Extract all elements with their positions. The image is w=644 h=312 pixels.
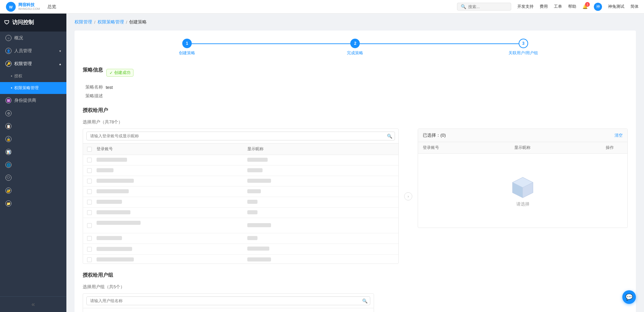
col-display-header: 显示昵称 [247,146,395,152]
g8-icon: 📁 [5,200,12,207]
step-circle-3: 3 [519,39,528,48]
logo: W 网宿科技 WANGSU.COM 总览 [5,1,66,12]
sidebar-item-g6[interactable]: 🛡 [0,171,66,184]
sidebar-collapse-btn[interactable]: « [0,296,66,312]
breadcrumb-item-1[interactable]: 权限策略管理 [98,19,124,25]
search-input[interactable] [468,4,509,9]
check-icon: ✓ [109,71,113,75]
breadcrumb-item-0[interactable]: 权限管理 [75,19,92,25]
user-selection-left: 🔍 登录账号 显示昵称 [83,129,399,264]
step-1: 1 创建策略 [103,39,271,56]
g6-icon: 🛡 [5,175,12,181]
table-row[interactable]: ████████████3 ████████ [83,255,398,264]
topbar-dev-support[interactable]: 开发支持 [517,4,534,9]
row-checkbox-1[interactable] [87,168,92,173]
right-col-action: 操作 [606,145,623,151]
chat-button[interactable]: 💬 [622,290,636,304]
sidebar-item-idp[interactable]: 🆔 身份提供商 [0,94,66,107]
search-bar[interactable]: 🔍 [457,3,511,11]
user-search-input[interactable] [86,132,395,140]
lang-switch[interactable]: 简体 [630,4,639,9]
user-table-body: zh██████████ ████████ i████ ████ [83,155,398,264]
transfer-arrow-btn[interactable]: › [404,192,412,200]
policy-name-value: test [106,85,113,90]
sidebar-item-overview[interactable]: ○ 概况 [0,32,66,44]
table-row[interactable]: ████████████ ██████员 [83,244,398,255]
policy-name-label: 策略名称 [83,84,103,90]
search-icon: 🔍 [461,4,466,9]
table-row[interactable]: ████████████2010-1 Z████████ [83,218,398,233]
chevron-down-icon: ▾ [59,49,61,53]
sidebar-item-g4[interactable]: 📊 [0,145,66,158]
step-line-2 [355,43,523,44]
select-all-checkbox[interactable] [87,147,92,152]
table-row[interactable]: ch████████35 ████ [83,187,398,197]
sidebar-item-people[interactable]: 👤 人员管理 ▾ [0,44,66,57]
chat-icon: 💬 [625,293,633,301]
clear-selection-btn[interactable]: 清空 [615,133,623,138]
policy-info-section: 策略信息 ✓ 创建成功 策略名称 test 策略描述 [83,67,628,99]
user-section-title: 授权给用户 [83,107,628,114]
topbar-nav[interactable]: 总览 [47,4,56,10]
row-checkbox-2[interactable] [87,179,92,183]
sidebar-item-g3[interactable]: 🔒 [0,133,66,145]
g3-icon: 🔒 [5,136,12,142]
topbar-ticket[interactable]: 工单 [554,4,562,9]
sidebar-item-g5[interactable]: 🌐 [0,158,66,171]
sidebar-item-g7[interactable]: 🔐 [0,184,66,197]
table-row[interactable]: zh██████████ ████████ [83,155,398,165]
sidebar-item-g2[interactable]: 📋 [0,120,66,133]
sidebar-item-g8[interactable]: 📁 [0,197,66,210]
row-checkbox-3[interactable] [87,189,92,194]
avatar[interactable]: 神 [594,3,602,11]
sidebar-sub-auth[interactable]: • 授权 [0,70,66,82]
group-selection-area: 🔍 [83,293,374,312]
sidebar-item-label-idp: 身份提供商 [14,97,36,103]
overview-icon: ○ [5,35,12,41]
group-section: 授权给用户组 选择用户组（共5个） 🔍 [83,272,628,312]
topbar-help[interactable]: 帮助 [568,4,576,9]
page-card: 1 创建策略 2 完成策略 3 关联用户/用户组 策略信息 [75,31,636,312]
sidebar-sub-policy[interactable]: • 权限策略管理 [0,82,66,94]
layout: 🛡 访问控制 ○ 概况 👤 人员管理 ▾ 🔑 权限管理 ▴ • 授权 • 权限策… [0,14,644,312]
step-circle-1: 1 [182,39,192,48]
user-name[interactable]: 神兔测试 [608,4,624,9]
g7-icon: 🔐 [5,188,12,194]
sidebar-item-label-people: 人员管理 [14,48,32,54]
group-search-input[interactable] [86,296,370,305]
user-table-header: 登录账号 显示昵称 [83,143,398,155]
g1-icon: ⚙ [5,110,12,116]
row-checkbox-9[interactable] [87,257,92,262]
idp-icon: 🆔 [5,97,12,103]
g4-icon: 📊 [5,149,12,155]
sidebar: 🛡 访问控制 ○ 概况 👤 人员管理 ▾ 🔑 权限管理 ▴ • 授权 • 权限策… [0,14,66,312]
transfer-area: 🔍 登录账号 显示昵称 [83,129,628,264]
right-col-login: 登录账号 [423,145,511,151]
row-checkbox-8[interactable] [87,247,92,252]
logo-text: 网宿科技 [18,2,40,7]
row-checkbox-6[interactable] [87,223,92,228]
table-row[interactable]: i████████████3 Z████████ [83,176,398,187]
row-checkbox-0[interactable] [87,158,92,162]
notification-icon[interactable]: 🔔 1 [582,4,588,9]
row-checkbox-7[interactable] [87,236,92,241]
policy-desc-row: 策略描述 [83,93,628,99]
sidebar-sub-label-auth: 授权 [14,73,22,79]
table-row[interactable]: i████ ████ [83,165,398,176]
group-section-title: 授权给用户组 [83,272,628,278]
table-row[interactable]: ████████ ███ [83,197,398,208]
row-checkbox-4[interactable] [87,200,92,204]
dot-icon-policy: • [11,86,12,91]
row-checkbox-5[interactable] [87,210,92,215]
sidebar-item-permission[interactable]: 🔑 权限管理 ▴ [0,57,66,70]
step-circle-2: 2 [350,39,360,48]
step-label-2: 完成策略 [347,50,363,56]
dot-icon-auth: • [11,74,12,79]
topbar-cost[interactable]: 费用 [540,4,548,9]
g2-icon: 📋 [5,123,12,129]
table-row[interactable]: ████████ ███ [83,233,398,244]
sidebar-sub-label-policy: 权限策略管理 [14,85,39,91]
g5-icon: 🌐 [5,162,12,168]
sidebar-item-g1[interactable]: ⚙ [0,107,66,120]
table-row[interactable]: ████████████2 ███ [83,208,398,218]
